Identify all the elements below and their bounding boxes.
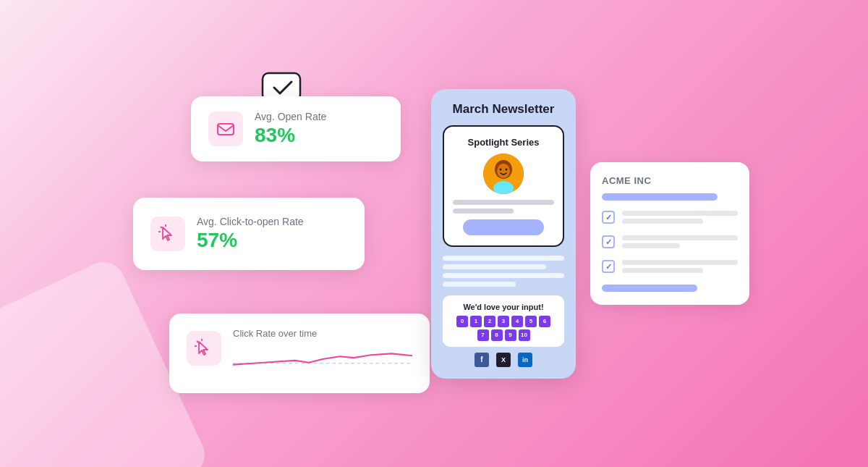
open-rate-text: Avg. Open Rate 83% <box>255 111 326 147</box>
gray-line-2 <box>453 209 514 214</box>
scale-10[interactable]: 10 <box>519 329 530 341</box>
line-1a <box>622 211 738 216</box>
survey-scale: 0 1 2 3 4 5 6 7 8 9 10 <box>450 316 557 341</box>
scale-9[interactable]: 9 <box>505 329 516 341</box>
cursor-icon-crot <box>195 339 213 358</box>
content-line-1 <box>443 256 564 261</box>
content-lines <box>443 256 564 287</box>
open-rate-value: 83% <box>255 124 326 147</box>
click-rate-over-time-card: Click Rate over time <box>169 314 430 393</box>
survey-title: We'd love your input! <box>450 303 557 311</box>
line-3a <box>622 260 738 265</box>
avatar <box>483 153 524 194</box>
scale-1[interactable]: 1 <box>470 316 482 327</box>
chart-area: Click Rate over time <box>233 328 412 376</box>
line-2b <box>622 243 680 248</box>
cto-rate-label: Avg. Click-to-open Rate <box>197 216 304 227</box>
check-box-2[interactable] <box>602 235 615 248</box>
spotlight-label: Spotlight Series <box>468 137 540 148</box>
x-twitter-icon[interactable]: X <box>496 353 511 367</box>
content-line-2 <box>443 264 546 269</box>
bottom-progress-bar <box>602 285 697 292</box>
avg-cto-rate-card: Avg. Click-to-open Rate 57% <box>133 198 365 270</box>
scale-2[interactable]: 2 <box>484 316 495 327</box>
cursor-icon-cto <box>158 224 177 243</box>
check-box-3[interactable] <box>602 260 615 273</box>
svg-line-8 <box>197 341 198 342</box>
social-row: f X in <box>443 353 564 367</box>
scale-5[interactable]: 5 <box>525 316 537 327</box>
scale-7[interactable]: 7 <box>477 329 489 341</box>
svg-rect-2 <box>218 124 234 135</box>
content-line-3 <box>443 273 564 278</box>
check-box-1[interactable] <box>602 211 615 224</box>
svg-point-12 <box>497 164 510 178</box>
spotlight-button[interactable] <box>463 219 544 235</box>
newsletter-title: March Newsletter <box>443 102 564 117</box>
right-lines-2 <box>622 235 738 248</box>
right-panel: ACME INC <box>590 162 749 305</box>
open-rate-label: Avg. Open Rate <box>255 111 326 122</box>
content-line-4 <box>443 282 516 287</box>
cto-rate-text: Avg. Click-to-open Rate 57% <box>197 216 304 252</box>
scale-3[interactable]: 3 <box>498 316 509 327</box>
right-row-2 <box>602 235 738 248</box>
envelope-icon-wrap <box>208 112 243 146</box>
scale-8[interactable]: 8 <box>491 329 503 341</box>
cto-rate-value: 57% <box>197 229 304 252</box>
scale-6[interactable]: 6 <box>539 316 550 327</box>
gray-line-1 <box>453 200 554 205</box>
scale-4[interactable]: 4 <box>511 316 523 327</box>
svg-point-14 <box>506 168 508 170</box>
click-rate-chart <box>233 342 412 376</box>
newsletter-card: March Newsletter Spotlight Series <box>431 89 576 379</box>
cursor-icon-wrap-cto <box>150 216 185 251</box>
right-row-1 <box>602 211 738 224</box>
svg-line-5 <box>161 227 162 228</box>
spotlight-gray-lines <box>453 200 554 214</box>
top-progress-bar <box>602 193 718 201</box>
envelope-icon <box>216 119 235 138</box>
right-row-3 <box>602 260 738 273</box>
company-name: ACME INC <box>602 175 738 186</box>
scale-0[interactable]: 0 <box>456 316 468 327</box>
svg-point-13 <box>500 168 502 170</box>
facebook-icon[interactable]: f <box>475 353 489 367</box>
line-1b <box>622 219 703 224</box>
line-2a <box>622 235 738 240</box>
avg-open-rate-card: Avg. Open Rate 83% <box>191 96 401 161</box>
chart-title: Click Rate over time <box>233 328 412 339</box>
line-3b <box>622 268 703 273</box>
left-cards-area: ✳ Avg. Open Rate 83% <box>119 53 422 415</box>
survey-section: We'd love your input! 0 1 2 3 4 5 6 7 8 … <box>443 295 564 347</box>
main-container: ✳ Avg. Open Rate 83% <box>0 0 868 467</box>
spotlight-box: Spotlight Series <box>443 125 564 247</box>
right-lines-1 <box>622 211 738 224</box>
linkedin-icon[interactable]: in <box>518 353 532 367</box>
cursor-icon-wrap-crot <box>187 331 221 366</box>
right-lines-3 <box>622 260 738 273</box>
